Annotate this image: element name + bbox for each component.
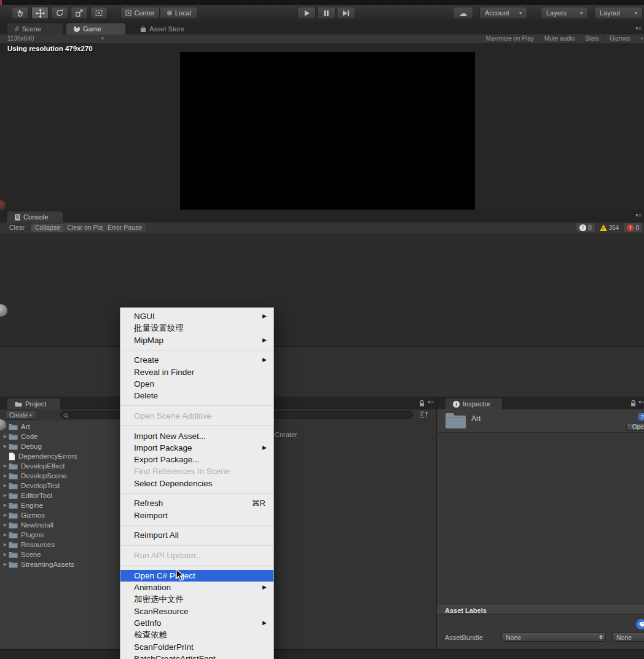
menu-item-reimport[interactable]: Reimport: [120, 510, 273, 521]
account-label: Account: [485, 9, 509, 17]
menu-item-batch-set-texture[interactable]: 批量设置纹理: [120, 322, 273, 334]
game-view-toolbar: 1136x640 ▾ Maximize on Play Mute audio S…: [0, 34, 644, 44]
menu-item-select-dependencies[interactable]: Select Dependencies: [120, 478, 273, 489]
disclosure-arrow-icon[interactable]: ▶: [2, 464, 9, 468]
tab-scene[interactable]: # Scene: [7, 23, 63, 34]
disclosure-arrow-icon[interactable]: ▶: [2, 483, 9, 488]
layers-dropdown[interactable]: Layers ▾: [541, 7, 588, 19]
asset-label-tag-icon[interactable]: [636, 619, 644, 629]
menu-item-import-package[interactable]: Import Package▶: [120, 442, 273, 454]
move-tool-button[interactable]: [31, 7, 49, 19]
console-error-pause-toggle[interactable]: Error Pause: [103, 223, 146, 232]
menu-separator: [120, 561, 273, 569]
stats-toggle[interactable]: Stats: [579, 35, 604, 42]
info-count-badge[interactable]: ! 0: [576, 223, 595, 232]
disclosure-arrow-icon[interactable]: ▶: [2, 542, 9, 547]
warning-count-badge[interactable]: ! 354: [597, 223, 622, 232]
disclosure-arrow-icon[interactable]: ▶: [2, 503, 9, 508]
tab-console[interactable]: Console: [7, 211, 63, 223]
console-clear-button[interactable]: Clear: [5, 223, 29, 232]
menu-separator: [120, 401, 273, 409]
menu-item-check-dependencies[interactable]: 检查依赖: [120, 629, 273, 641]
space-local-button[interactable]: Local: [160, 7, 198, 19]
resolution-dropdown[interactable]: 1136x640: [7, 35, 34, 42]
pane-menu-icon[interactable]: ▾≡: [428, 399, 434, 405]
assetbundle-dropdown[interactable]: None: [501, 633, 606, 642]
menu-item-scanfolderprint[interactable]: ScanFolderPrint: [120, 641, 273, 653]
pane-menu-icon[interactable]: ▾≡: [635, 25, 642, 31]
menu-item-encrypt-selected-files[interactable]: 加密选中文件: [120, 593, 273, 605]
rotate-tool-button[interactable]: [51, 7, 68, 19]
folder-name: DevelopScene: [21, 472, 67, 479]
menu-item-open[interactable]: Open: [120, 378, 273, 390]
menu-item-batchcreateartistfont[interactable]: BatchCreateArtistFont: [120, 653, 273, 659]
error-count-badge[interactable]: ! 0: [624, 223, 642, 232]
hand-tool-button[interactable]: [12, 7, 29, 19]
disclosure-arrow-icon[interactable]: ▶: [2, 513, 9, 518]
tab-project[interactable]: Project: [7, 398, 60, 409]
layout-dropdown[interactable]: Layout ▾: [594, 7, 643, 19]
menu-item-animation[interactable]: Animation▶: [120, 582, 273, 593]
menu-item-ngui[interactable]: NGUI▶: [120, 310, 273, 322]
create-dropdown-button[interactable]: Create ▾: [5, 411, 36, 420]
open-asset-button[interactable]: Open: [626, 423, 644, 431]
disclosure-arrow-icon[interactable]: ▶: [2, 444, 9, 449]
menu-item-refresh[interactable]: Refresh⌘R: [120, 497, 273, 509]
menu-separator: [120, 542, 273, 550]
assetbundle-variant-dropdown[interactable]: None: [612, 633, 644, 642]
view-tab-bar: # Scene Game Asset Store ▾≡: [0, 22, 644, 34]
maximize-on-play-toggle[interactable]: Maximize on Play: [481, 35, 538, 42]
step-button[interactable]: [337, 7, 355, 19]
menu-item-delete[interactable]: Delete: [120, 390, 273, 401]
menu-item-import-new-asset[interactable]: Import New Asset...: [120, 430, 273, 442]
account-dropdown[interactable]: Account ▾: [479, 7, 527, 19]
chevron-down-icon: ▾: [29, 411, 32, 419]
disclosure-arrow-icon[interactable]: ▶: [2, 523, 9, 527]
disclosure-arrow-icon[interactable]: ▶: [2, 562, 9, 567]
help-icon[interactable]: ?: [638, 413, 644, 420]
play-button[interactable]: [297, 7, 316, 19]
gizmos-dropdown[interactable]: Gizmos: [604, 35, 635, 42]
rect-tool-button[interactable]: [90, 7, 108, 19]
tab-asset-store[interactable]: Asset Store: [133, 23, 192, 34]
cloud-services-button[interactable]: ☁: [453, 7, 473, 19]
disclosure-arrow-icon[interactable]: ▶: [2, 434, 9, 439]
game-view: Using resolution 479x270: [0, 43, 644, 210]
warning-icon: !: [600, 224, 607, 231]
menu-item-mipmap[interactable]: MipMap▶: [120, 334, 273, 346]
stepper-arrows-icon: [599, 635, 603, 639]
folder-icon: [9, 512, 18, 519]
disclosure-arrow-icon[interactable]: ▶: [2, 473, 9, 478]
disclosure-arrow-icon[interactable]: ▶: [2, 532, 9, 537]
asset-labels-header[interactable]: Asset Labels: [437, 605, 644, 615]
disclosure-arrow-icon[interactable]: ▶: [2, 493, 9, 498]
search-filter-icon[interactable]: [419, 411, 429, 419]
console-collapse-toggle[interactable]: Collapse: [31, 223, 65, 232]
mute-audio-toggle[interactable]: Mute audio: [539, 35, 579, 42]
disclosure-arrow-icon[interactable]: ▶: [2, 552, 9, 557]
menu-item-reimport-all[interactable]: Reimport All: [120, 529, 273, 541]
shortcut-label: ⌘R: [252, 497, 265, 509]
tab-game[interactable]: Game: [66, 23, 125, 34]
menu-item-getinfo[interactable]: GetInfo▶: [120, 617, 273, 629]
move-icon: [36, 9, 45, 18]
menu-item-open-csharp-project[interactable]: Open C# Project: [120, 570, 273, 582]
menu-item-scanresource[interactable]: ScanResource: [120, 606, 273, 617]
lock-icon[interactable]: [630, 400, 636, 407]
pane-menu-icon[interactable]: ▾≡: [638, 399, 644, 405]
pivot-center-button[interactable]: Center: [120, 7, 160, 19]
menu-item-export-package[interactable]: Export Package...: [120, 454, 273, 465]
window-top-strip: [0, 0, 644, 5]
lock-icon[interactable]: [419, 400, 425, 407]
folder-icon: [9, 561, 18, 568]
menu-item-create[interactable]: Create▶: [120, 354, 273, 366]
assetbundle-row: AssetBundle None None: [437, 633, 644, 642]
asset-item-creater[interactable]: Creater: [275, 431, 297, 438]
scale-tool-button[interactable]: [71, 7, 88, 19]
assetbundle-value: None: [506, 634, 521, 641]
tab-inspector[interactable]: i Inspector: [446, 398, 502, 409]
menu-item-reveal-in-finder[interactable]: Reveal in Finder: [120, 366, 273, 378]
pane-menu-icon[interactable]: ▾≡: [635, 212, 642, 218]
pause-button[interactable]: [317, 7, 336, 19]
folder-icon: [9, 473, 18, 479]
